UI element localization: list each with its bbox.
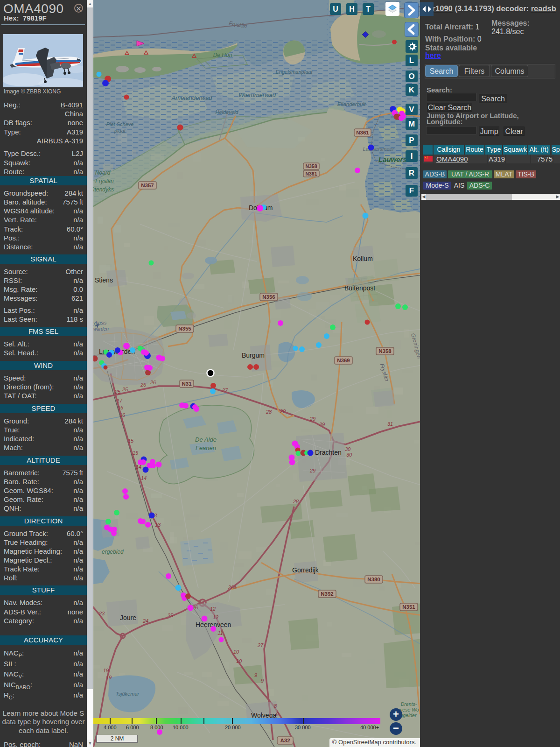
svg-text:19: 19 [103, 668, 109, 673]
svg-text:16: 16 [119, 412, 126, 418]
svg-text:30: 30 [346, 452, 352, 458]
svg-text:Amelanderwad: Amelanderwad [171, 94, 212, 101]
svg-text:19: 19 [106, 675, 112, 680]
svg-text:warden: warden [93, 326, 109, 331]
svg-text:23: 23 [98, 611, 105, 616]
svg-text:N355: N355 [178, 326, 191, 331]
svg-text:29: 29 [319, 422, 325, 427]
svg-text:N392: N392 [321, 591, 334, 597]
svg-text:Noard-: Noard- [95, 169, 112, 176]
svg-text:10: 10 [236, 658, 242, 664]
svg-text:Feanen: Feanen [196, 444, 216, 451]
svg-text:N31: N31 [182, 381, 192, 387]
svg-text:15: 15 [128, 438, 134, 444]
svg-text:Stiens: Stiens [95, 276, 113, 284]
svg-text:Drents-: Drents- [401, 701, 417, 707]
svg-text:12: 12 [210, 606, 216, 612]
svg-text:Burgum: Burgum [242, 352, 265, 359]
svg-text:ergebied: ergebied [102, 549, 124, 555]
svg-text:Fryslân: Fryslân [95, 178, 114, 184]
svg-text:28: 28 [280, 409, 286, 414]
svg-text:9: 9 [254, 672, 257, 678]
svg-text:12: 12 [213, 614, 218, 620]
svg-text:Lauwersmeer: Lauwersmeer [363, 146, 395, 152]
svg-text:Tsjûkemar: Tsjûkemar [116, 691, 140, 697]
svg-text:Buitenpost: Buitenpost [344, 284, 375, 292]
svg-text:N358: N358 [378, 348, 392, 354]
svg-text:30: 30 [345, 446, 351, 452]
svg-text:27: 27 [257, 642, 264, 648]
svg-text:11: 11 [217, 630, 223, 636]
svg-text:N369: N369 [337, 358, 350, 363]
svg-text:N356: N356 [262, 294, 275, 300]
svg-text:Heideveld: Heideveld [216, 109, 239, 115]
svg-text:Engelsmanplaat: Engelsmanplaat [276, 69, 313, 75]
svg-text:plaat: plaat [114, 128, 126, 134]
svg-text:28: 28 [266, 409, 272, 415]
svg-text:Drachten: Drachten [315, 449, 342, 456]
svg-text:31: 31 [387, 421, 393, 427]
svg-text:15: 15 [133, 450, 139, 456]
svg-text:Joure: Joure [120, 614, 136, 621]
svg-text:ûtendyks: ûtendyks [93, 186, 114, 193]
svg-text:9: 9 [261, 678, 264, 684]
svg-text:Eilanderbult: Eilanderbult [337, 101, 366, 107]
svg-text:29: 29 [309, 416, 315, 422]
svg-text:N361: N361 [356, 130, 369, 135]
svg-text:Piet Scheve: Piet Scheve [106, 121, 134, 127]
svg-text:24: 24 [142, 618, 148, 624]
svg-text:13: 13 [155, 522, 161, 528]
svg-text:25: 25 [167, 613, 174, 618]
svg-text:26: 26 [140, 382, 147, 388]
svg-text:Kollum: Kollum [353, 255, 373, 262]
svg-text:ybasis: ybasis [93, 320, 106, 325]
svg-text:Wierumerwad: Wierumerwad [238, 92, 276, 99]
svg-text:10: 10 [233, 649, 239, 655]
svg-text:N380: N380 [367, 577, 380, 582]
svg-text:25: 25 [114, 389, 121, 395]
svg-text:De Alde: De Alde [195, 436, 217, 443]
svg-text:27: 27 [222, 388, 228, 393]
svg-text:A32: A32 [280, 738, 290, 743]
svg-text:N361: N361 [305, 171, 317, 176]
svg-text:De Hôn: De Hôn [213, 52, 232, 58]
svg-text:N358: N358 [305, 163, 317, 169]
svg-text:16: 16 [118, 405, 124, 410]
svg-text:28: 28 [293, 499, 299, 504]
svg-text:25: 25 [122, 387, 128, 392]
svg-text:17: 17 [117, 398, 123, 403]
svg-text:Gorredijk: Gorredijk [292, 566, 319, 574]
svg-text:N351: N351 [402, 604, 415, 610]
svg-text:14: 14 [141, 475, 147, 481]
svg-text:N357: N357 [141, 183, 154, 188]
svg-text:8: 8 [274, 703, 277, 709]
svg-text:26a: 26a [228, 585, 237, 590]
svg-text:29: 29 [309, 468, 315, 473]
svg-text:26: 26 [150, 380, 156, 385]
